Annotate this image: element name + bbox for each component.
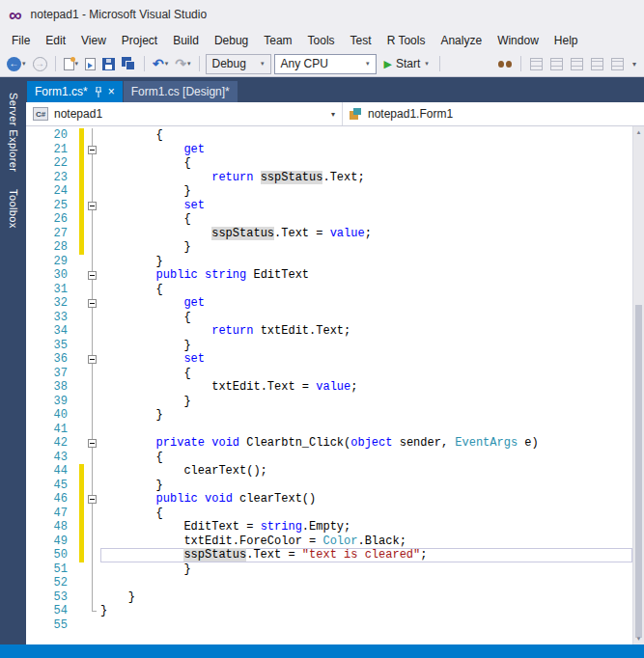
menu-help[interactable]: Help xyxy=(546,31,586,50)
code-line[interactable]: 40} xyxy=(26,408,632,423)
fold-collapse-toggle[interactable] xyxy=(88,271,97,280)
increase-indent-button[interactable] xyxy=(589,56,605,72)
toolbar-overflow-button[interactable]: ▾ xyxy=(630,60,639,69)
scroll-up-arrow-icon[interactable]: ▲ xyxy=(633,129,644,135)
code-line[interactable]: 46public void clearText() xyxy=(26,492,632,507)
code-line[interactable]: 54} xyxy=(26,604,632,618)
code-line[interactable]: 33{ xyxy=(26,311,632,325)
scroll-down-arrow-icon[interactable]: ▼ xyxy=(633,636,644,642)
fold-collapse-toggle[interactable] xyxy=(88,495,97,504)
fold-collapse-toggle[interactable] xyxy=(88,146,97,154)
solution-configuration-dropdown[interactable]: Debug ▾ xyxy=(206,54,271,74)
fold-collapse-toggle[interactable] xyxy=(88,202,97,210)
save-button[interactable] xyxy=(100,56,117,72)
code-line[interactable]: 48EditText = string.Empty; xyxy=(26,520,632,535)
csharp-project-icon: C# xyxy=(33,107,48,121)
fold-collapse-toggle[interactable] xyxy=(88,439,97,448)
menu-tools[interactable]: Tools xyxy=(300,31,343,50)
code-line[interactable]: 53} xyxy=(26,590,632,605)
comment-icon xyxy=(530,58,543,70)
code-line[interactable]: 36set xyxy=(26,352,632,367)
document-well: Form1.cs*×Form1.cs [Design]* C# notepad1… xyxy=(26,77,644,644)
code-line[interactable]: 34return txtEdit.Text; xyxy=(26,324,632,339)
navigate-forward-button[interactable]: → xyxy=(31,55,49,73)
code-line[interactable]: 21get xyxy=(26,143,632,157)
line-number: 49 xyxy=(26,535,79,549)
line-number: 34 xyxy=(26,324,79,339)
fold-margin xyxy=(85,590,100,605)
fold-collapse-toggle[interactable] xyxy=(88,299,97,308)
menu-test[interactable]: Test xyxy=(343,31,379,50)
code-line[interactable]: 30public string EditText xyxy=(26,268,632,283)
menu-debug[interactable]: Debug xyxy=(207,31,256,50)
fold-collapse-toggle[interactable] xyxy=(88,355,97,364)
code-line[interactable]: 52 xyxy=(26,576,632,590)
decrease-indent-button[interactable] xyxy=(569,56,585,72)
start-debugging-button[interactable]: ▶ Start ▾ xyxy=(379,55,434,72)
find-in-files-button[interactable] xyxy=(496,58,514,70)
open-file-button[interactable] xyxy=(83,56,98,72)
line-number: 51 xyxy=(26,562,79,577)
code-line[interactable]: 55 xyxy=(26,618,632,633)
tab-form1-cs[interactable]: Form1.cs*× xyxy=(27,81,123,102)
code-line[interactable]: 44clearText(); xyxy=(26,464,632,479)
code-editor[interactable]: 20{21get22{23return sspStatus.Text;24}25… xyxy=(26,126,632,644)
open-file-icon xyxy=(85,58,96,70)
type-dropdown[interactable]: notepad1.Form1 xyxy=(343,102,644,125)
uncomment-button[interactable] xyxy=(548,56,565,72)
pin-icon[interactable] xyxy=(95,87,102,97)
bookmark-button[interactable] xyxy=(609,56,626,72)
code-line[interactable]: 39} xyxy=(26,395,632,409)
code-line[interactable]: 29} xyxy=(26,255,632,269)
fold-margin xyxy=(85,311,100,325)
change-tracking-bar xyxy=(79,479,84,493)
code-line[interactable]: 43{ xyxy=(26,451,632,465)
code-line[interactable]: 20{ xyxy=(26,128,632,143)
code-line[interactable]: 31{ xyxy=(26,283,632,297)
menu-team[interactable]: Team xyxy=(256,31,299,50)
toolbar-separator xyxy=(55,56,56,71)
redo-button[interactable]: ↷ ▾ xyxy=(173,55,192,72)
menu-r-tools[interactable]: R Tools xyxy=(379,31,434,50)
menu-view[interactable]: View xyxy=(73,31,114,50)
menu-window[interactable]: Window xyxy=(490,31,546,50)
code-line-text xyxy=(100,618,632,633)
code-line[interactable]: 27sspStatus.Text = value; xyxy=(26,227,632,241)
code-line[interactable]: 32get xyxy=(26,296,632,311)
menu-build[interactable]: Build xyxy=(165,31,207,50)
code-line[interactable]: 23return sspStatus.Text; xyxy=(26,171,632,185)
save-all-button[interactable] xyxy=(120,55,138,72)
side-tab-toolbox[interactable]: Toolbox xyxy=(8,180,19,237)
menu-edit[interactable]: Edit xyxy=(38,31,73,50)
close-icon[interactable]: × xyxy=(108,86,115,97)
project-dropdown[interactable]: C# notepad1 ▾ xyxy=(26,102,343,125)
code-line[interactable]: 47{ xyxy=(26,507,632,521)
change-tracking-bar xyxy=(79,576,84,590)
side-tab-server-explorer[interactable]: Server Explorer xyxy=(8,84,19,180)
code-line[interactable]: 50sspStatus.Text = "text is cleared"; xyxy=(26,548,632,562)
code-line[interactable]: 35} xyxy=(26,339,632,353)
scrollbar-thumb[interactable] xyxy=(635,305,642,638)
editor-vertical-scrollbar[interactable]: ▲ ▼ xyxy=(632,126,644,644)
menu-analyze[interactable]: Analyze xyxy=(433,31,490,50)
code-line[interactable]: 42private void Clearbtn_Click(object sen… xyxy=(26,436,632,451)
code-line[interactable]: 28} xyxy=(26,240,632,255)
solution-platform-dropdown[interactable]: Any CPU ▾ xyxy=(274,54,377,74)
undo-button[interactable]: ↶ ▾ xyxy=(151,55,170,72)
code-line[interactable]: 22{ xyxy=(26,156,632,171)
navigate-backward-button[interactable]: ← ▾ xyxy=(5,55,28,73)
code-line[interactable]: 38txtEdit.Text = value; xyxy=(26,380,632,395)
code-line[interactable]: 25set xyxy=(26,199,632,213)
code-line[interactable]: 24} xyxy=(26,184,632,199)
comment-button[interactable] xyxy=(528,56,545,72)
code-line[interactable]: 51} xyxy=(26,562,632,577)
code-line[interactable]: 37{ xyxy=(26,367,632,381)
menu-file[interactable]: File xyxy=(4,31,38,50)
code-line[interactable]: 26{ xyxy=(26,212,632,227)
code-line[interactable]: 49txtEdit.ForeColor = Color.Black; xyxy=(26,535,632,549)
code-line[interactable]: 45} xyxy=(26,479,632,493)
new-file-button[interactable]: ▾ xyxy=(62,56,81,72)
code-line[interactable]: 41 xyxy=(26,423,632,437)
tab-form1-cs-design[interactable]: Form1.cs [Design]* xyxy=(124,81,238,102)
menu-project[interactable]: Project xyxy=(114,31,165,50)
